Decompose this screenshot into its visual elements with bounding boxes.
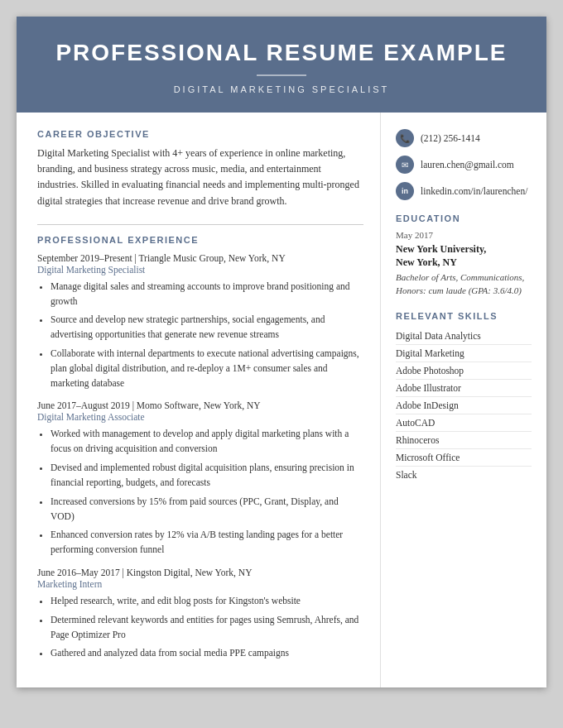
contact-section: 📞 (212) 256-1414 ✉ lauren.chen@gmail.com… — [396, 129, 532, 200]
job-2-title: Digital Marketing Associate — [37, 412, 363, 422]
email-icon: ✉ — [396, 156, 414, 174]
list-item: Source and develop new strategic partner… — [51, 313, 363, 342]
list-item: Increased conversions by 15% from paid s… — [51, 495, 363, 524]
job-1-bullets: Manage digital sales and streaming accou… — [51, 280, 363, 391]
divider-1 — [37, 224, 363, 225]
phone-number: (212) 256-1414 — [421, 133, 480, 143]
education-section: EDUCATION May 2017 New York University, … — [396, 213, 532, 298]
list-item: Helped research, write, and edit blog po… — [51, 594, 363, 609]
linkedin-icon: in — [396, 182, 414, 200]
list-item: Determined relevant keywords and entitie… — [51, 613, 363, 643]
email-address: lauren.chen@gmail.com — [421, 160, 514, 170]
job-3-title: Marketing Intern — [37, 579, 363, 589]
list-item: Collaborate with internal departments to… — [51, 347, 363, 390]
skill-item: Rhinoceros — [396, 432, 532, 449]
side-column: 📞 (212) 256-1414 ✉ lauren.chen@gmail.com… — [381, 113, 546, 687]
main-column: CAREER OBJECTIVE Digital Marketing Speci… — [17, 113, 381, 687]
career-objective-text: Digital Marketing Specialist with 4+ yea… — [37, 146, 363, 209]
skills-list: Digital Data AnalyticsDigital MarketingA… — [396, 328, 532, 483]
skill-item: Adobe InDesign — [396, 397, 532, 414]
job-2: June 2017–August 2019 | Momo Software, N… — [37, 400, 363, 558]
job-3: June 2016–May 2017 | Kingston Digital, N… — [37, 568, 363, 661]
skill-item: Digital Marketing — [396, 345, 532, 362]
job-2-date-company: June 2017–August 2019 | Momo Software, N… — [37, 400, 363, 410]
contact-linkedin: in linkedin.com/in/laurenchen/ — [396, 182, 532, 200]
job-1-date-company: September 2019–Present | Triangle Music … — [37, 253, 363, 263]
edu-degree: Bachelor of Arts, Communications, Honors… — [396, 271, 532, 298]
edu-location: New York, NY — [396, 256, 532, 269]
main-title: PROFESSIONAL RESUME EXAMPLE — [41, 40, 522, 66]
skill-item: AutoCAD — [396, 414, 532, 432]
skills-section: RELEVANT SKILLS Digital Data AnalyticsDi… — [396, 311, 532, 483]
skill-item: Slack — [396, 467, 532, 483]
job-3-date-company: June 2016–May 2017 | Kingston Digital, N… — [37, 568, 363, 577]
phone-icon: 📞 — [396, 129, 414, 147]
edu-school: New York University, — [396, 242, 532, 256]
job-1-title: Digital Marketing Specialist — [37, 265, 363, 275]
skills-title: RELEVANT SKILLS — [396, 311, 532, 321]
list-item: Worked with management to develop and ap… — [51, 427, 363, 457]
education-title: EDUCATION — [396, 213, 532, 223]
skill-item: Adobe Illustrator — [396, 380, 532, 397]
resume-wrapper: PROFESSIONAL RESUME EXAMPLE DIGITAL MARK… — [17, 17, 546, 687]
edu-date: May 2017 — [396, 230, 532, 240]
list-item: Enhanced conversion rates by 12% via A/B… — [51, 528, 363, 558]
skill-item: Adobe Photoshop — [396, 362, 532, 380]
contact-email: ✉ lauren.chen@gmail.com — [396, 156, 532, 174]
pro-exp-title: PROFESSIONAL EXPERIENCE — [37, 235, 363, 245]
job-2-bullets: Worked with management to develop and ap… — [51, 427, 363, 558]
list-item: Manage digital sales and streaming accou… — [51, 280, 363, 309]
resume-header: PROFESSIONAL RESUME EXAMPLE DIGITAL MARK… — [17, 17, 546, 113]
skill-item: Digital Data Analytics — [396, 328, 532, 345]
skill-item: Microsoft Office — [396, 449, 532, 467]
header-divider — [257, 74, 306, 76]
contact-phone: 📞 (212) 256-1414 — [396, 129, 532, 147]
job-3-bullets: Helped research, write, and edit blog po… — [51, 594, 363, 661]
career-objective-title: CAREER OBJECTIVE — [37, 129, 363, 139]
career-objective-section: CAREER OBJECTIVE Digital Marketing Speci… — [37, 129, 363, 209]
list-item: Devised and implemented robust digital a… — [51, 461, 363, 491]
header-subtitle: DIGITAL MARKETING SPECIALIST — [41, 84, 522, 94]
linkedin-url: linkedin.com/in/laurenchen/ — [421, 186, 527, 196]
job-1: September 2019–Present | Triangle Music … — [37, 253, 363, 391]
professional-experience-section: PROFESSIONAL EXPERIENCE September 2019–P… — [37, 235, 363, 661]
resume-body: CAREER OBJECTIVE Digital Marketing Speci… — [17, 113, 546, 687]
list-item: Gathered and analyzed data from social m… — [51, 646, 363, 661]
